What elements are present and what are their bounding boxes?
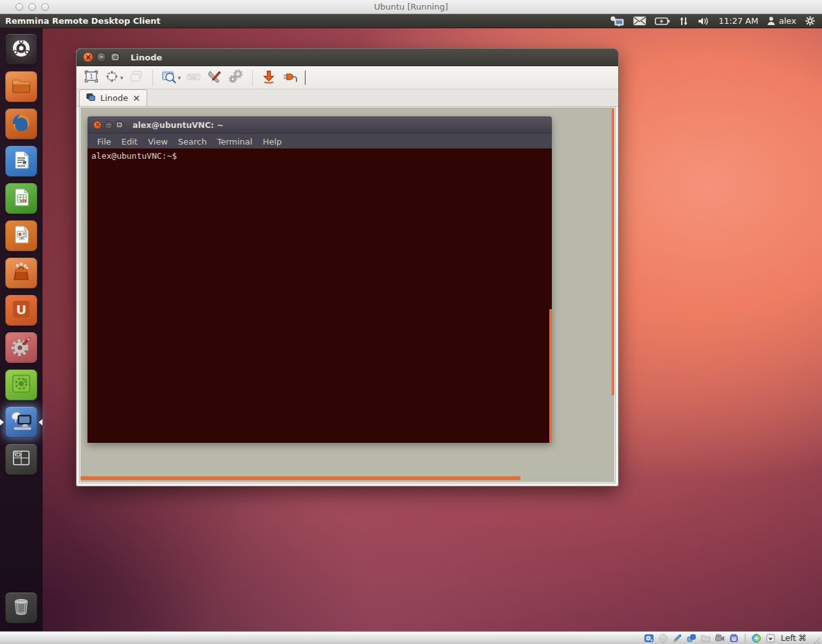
- remmina-tabbar: Linode ✕: [77, 89, 618, 107]
- launcher-item-workspace-switcher[interactable]: [5, 444, 37, 475]
- launcher-item-libreoffice-impress[interactable]: [5, 220, 37, 251]
- terminal-title: alex@ubuntuVNC: ~: [132, 120, 223, 130]
- network-traffic-icon[interactable]: [679, 16, 689, 26]
- unity-launcher: U: [0, 28, 42, 631]
- preferences-button[interactable]: [205, 68, 224, 87]
- launcher-item-libreoffice-calc[interactable]: [5, 183, 37, 214]
- terminal-body[interactable]: alex@ubuntuVNC:~$: [87, 148, 552, 443]
- scaled-mode-icon: [261, 69, 277, 86]
- clock-indicator[interactable]: 11:27 AM: [718, 16, 758, 26]
- ubuntu-software-center-icon: [10, 260, 33, 286]
- terminal-menu-help[interactable]: Help: [257, 137, 287, 147]
- battery-icon[interactable]: [655, 17, 670, 26]
- fullscreen-icon: 1: [84, 69, 99, 86]
- tab-close-icon[interactable]: ✕: [132, 94, 140, 103]
- launcher-item-remmina[interactable]: [5, 407, 37, 438]
- fit-window-button[interactable]: ▾: [103, 68, 125, 87]
- terminal-prompt: alex@ubuntuVNC:~$: [91, 151, 177, 161]
- scaled-mode-button[interactable]: [259, 68, 279, 87]
- terminal-menu-terminal[interactable]: Terminal: [212, 137, 257, 147]
- optical-drives-icon[interactable]: [658, 633, 668, 643]
- resize-grip[interactable]: [812, 636, 820, 644]
- tools-gears-icon: [228, 69, 244, 86]
- duplicate-connection-button: [127, 68, 146, 87]
- user-name-label: alex: [779, 16, 796, 26]
- terminal-menu-search[interactable]: Search: [173, 137, 212, 147]
- terminal-minimize-button[interactable]: [104, 121, 113, 129]
- disconnect-button[interactable]: [280, 68, 300, 87]
- launcher-item-firefox[interactable]: [5, 109, 37, 139]
- trash-icon: [10, 596, 32, 620]
- host-window-title: Ubuntu [Running]: [0, 0, 822, 13]
- fullscreen-button[interactable]: 1: [82, 68, 101, 87]
- unity-top-panel: Remmina Remote Desktop Client 11:27 AM a…: [0, 14, 822, 28]
- launcher-item-ubuntu-one[interactable]: U: [5, 295, 37, 326]
- remote-terminal-window: alex@ubuntuVNC: ~ FileEditViewSearchTerm…: [87, 116, 552, 443]
- launcher-item-ubuntu-software-center[interactable]: [5, 258, 37, 289]
- launcher-item-software-updater[interactable]: [5, 370, 37, 400]
- libreoffice-impress-icon: [10, 224, 32, 248]
- desktop-wallpaper: U Linode 1▾▾ Linode ✕: [0, 28, 822, 631]
- terminal-maximize-button[interactable]: [115, 121, 123, 129]
- terminal-menu-edit[interactable]: Edit: [116, 137, 143, 147]
- remote-desktop-indicator-icon[interactable]: [609, 15, 625, 26]
- mouse-integration-icon[interactable]: [751, 633, 762, 643]
- user-indicator[interactable]: alex: [767, 16, 796, 26]
- zoom-icon: [161, 69, 178, 86]
- viewport-vertical-scrollbar[interactable]: [612, 109, 614, 395]
- remmina-minimize-button[interactable]: [96, 52, 107, 62]
- remmina-window: Linode 1▾▾ Linode ✕: [76, 48, 619, 487]
- remmina-viewport: alex@ubuntuVNC: ~ FileEditViewSearchTerm…: [79, 106, 616, 483]
- terminal-scrollbar[interactable]: [549, 309, 552, 443]
- launcher-item-dash-home[interactable]: [5, 34, 37, 65]
- toolbar-separator: [252, 69, 253, 86]
- remmina-window-title: Linode: [131, 53, 162, 62]
- text-cursor: [305, 71, 306, 85]
- launcher-item-system-settings[interactable]: [5, 332, 37, 363]
- usb-devices-icon[interactable]: U: [729, 633, 739, 643]
- launcher-item-libreoffice-writer[interactable]: [5, 146, 37, 177]
- toolbar-separator: [152, 69, 153, 86]
- video-capture-icon[interactable]: [715, 633, 725, 643]
- launcher-item-home-folder[interactable]: [5, 71, 37, 102]
- remmina-toolbar: 1▾▾: [77, 66, 618, 89]
- dropdown-chevron-icon[interactable]: ▾: [120, 75, 123, 81]
- keyboard-grab-icon: [186, 69, 201, 86]
- terminal-menu-file[interactable]: File: [92, 137, 116, 147]
- viewport-horizontal-scrollbar[interactable]: [80, 476, 520, 480]
- terminal-window-controls: [93, 121, 123, 129]
- firefox-icon: [10, 111, 33, 137]
- virtualbox-vm-screen: Ubuntu [Running] Remmina Remote Desktop …: [0, 0, 822, 644]
- launcher-item-trash[interactable]: [5, 593, 37, 623]
- terminal-titlebar[interactable]: alex@ubuntuVNC: ~: [87, 116, 552, 134]
- remote-desktop-view[interactable]: alex@ubuntuVNC: ~ FileEditViewSearchTerm…: [80, 107, 614, 482]
- dropdown-chevron-icon[interactable]: ▾: [178, 75, 181, 81]
- session-gear-icon[interactable]: [805, 15, 816, 26]
- software-updater-icon: [10, 372, 33, 398]
- remmina-titlebar[interactable]: Linode: [77, 49, 618, 66]
- keyboard-capture-icon[interactable]: [765, 633, 776, 643]
- terminal-menu-view[interactable]: View: [143, 137, 173, 147]
- remmina-icon: [9, 410, 33, 434]
- disconnect-icon: [282, 69, 298, 86]
- system-settings-icon: [10, 335, 33, 361]
- shared-folders-icon[interactable]: [700, 633, 711, 643]
- preferences-icon: [206, 69, 223, 86]
- zoom-button[interactable]: ▾: [160, 68, 183, 87]
- host-titlebar: Ubuntu [Running]: [0, 0, 822, 14]
- hard-disks-icon[interactable]: [644, 633, 654, 643]
- remmina-close-button[interactable]: [83, 52, 93, 62]
- remote-screen-bottom-edge: [80, 473, 605, 475]
- terminal-menubar: FileEditViewSearchTerminalHelp: [87, 134, 552, 149]
- messaging-menu-icon[interactable]: [633, 16, 646, 26]
- remmina-window-controls: [83, 52, 120, 62]
- tools-gears-button[interactable]: [226, 68, 246, 87]
- running-indicator-arrow: [0, 419, 4, 425]
- pen-icon[interactable]: [672, 633, 682, 643]
- remmina-maximize-button[interactable]: [110, 52, 120, 62]
- libreoffice-calc-icon: [10, 186, 32, 211]
- volume-icon[interactable]: [697, 16, 710, 26]
- terminal-close-button[interactable]: [93, 121, 102, 129]
- connection-tab-linode[interactable]: Linode ✕: [79, 89, 147, 106]
- network-adapters-icon[interactable]: [686, 633, 697, 643]
